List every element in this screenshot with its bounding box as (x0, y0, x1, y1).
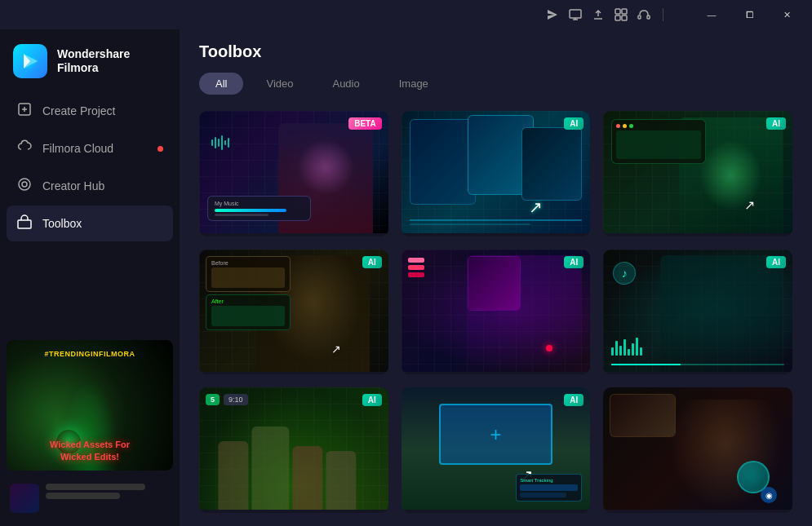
app-logo (13, 44, 47, 78)
thumb-cursor-3: ↗ (331, 343, 341, 356)
sidebar-item-label: Create Project (42, 104, 115, 117)
thumb-cursor: ↗ (529, 197, 543, 217)
thumb-ui-card: My Music (207, 196, 311, 221)
headset-icon[interactable] (637, 7, 651, 22)
app-name-line1: Wondershare (57, 47, 130, 61)
title-bar: — ⧠ ✕ (0, 0, 812, 29)
nav-items: Create Project Filmora Cloud (0, 93, 180, 334)
badge-ai-color: AI (564, 256, 583, 268)
badge-beta: BETA (348, 117, 381, 130)
badge-ai-enhance: AI (362, 256, 382, 268)
sidebar-item-create-project[interactable]: Create Project (7, 93, 173, 129)
thumb-top-text: #TRENDINGINFILMORA (7, 350, 173, 358)
clip-frame-1 (410, 119, 476, 205)
thumb-timer-badge: 5 (206, 394, 220, 405)
toolbox-icon (16, 214, 33, 232)
sidebar-item-label: Toolbox (42, 217, 82, 230)
screen-icon[interactable] (568, 7, 583, 22)
overlay-card (610, 394, 676, 437)
thumb-bottom-line1: Wicked Assets For (7, 439, 173, 450)
sidebar-item-creator-hub[interactable]: Creator Hub (7, 168, 173, 204)
page-title: Toolbox (199, 42, 792, 61)
svg-point-10 (19, 179, 30, 190)
close-button[interactable]: ✕ (768, 2, 805, 27)
thumb-lines (410, 219, 583, 225)
thumb-cursor-2: ↗ (744, 197, 755, 213)
tool-card-bottom-3[interactable]: ◉ (603, 387, 792, 513)
bgm-timeline (611, 364, 784, 365)
tool-card-bottom-2[interactable]: + ↗ Smart Tracking AI (402, 387, 591, 513)
upload-icon[interactable] (591, 7, 606, 22)
filter-video[interactable]: Video (250, 73, 309, 95)
tool-thumb-ai-video: Before After ↗ AI (199, 250, 388, 372)
billboard: + (439, 404, 552, 465)
notification-dot (158, 146, 163, 152)
tool-card-smart-bgm[interactable]: ♪ (603, 250, 792, 375)
maximize-button[interactable]: ⧠ (730, 2, 768, 27)
sidebar-item-label: Filmora Cloud (42, 142, 113, 155)
tool-label-ai-enhancer: AI Video Enhancer (199, 372, 388, 375)
thumb-time-badge: 9:10 (224, 394, 248, 405)
tool-grid: My Music BETA Audio To Vi (180, 111, 812, 526)
svg-rect-5 (638, 15, 641, 19)
family-figures (218, 412, 369, 510)
after-label: After (206, 294, 291, 330)
tool-card-smart-short-clips[interactable]: ↗ AI Smart Short Clips (402, 111, 591, 236)
badge-ai-bottom1: AI (362, 394, 382, 406)
color-frame-1 (468, 256, 521, 312)
tool-card-ai-video-enhancer[interactable]: Before After ↗ AI AI Video Enhancer (199, 250, 388, 375)
creator-hub-icon (16, 177, 33, 195)
badge-ai-bgm: AI (766, 256, 786, 268)
tool-thumb-bottom-2: + ↗ Smart Tracking AI (402, 387, 591, 510)
tool-thumb-smart-scene: ↗ AI (603, 111, 792, 233)
svg-rect-12 (18, 220, 31, 228)
svg-rect-0 (570, 10, 581, 18)
filter-image[interactable]: Image (383, 73, 445, 95)
clip-frame-3 (521, 127, 582, 201)
sidebar-bottom-thumb-1 (10, 484, 39, 513)
svg-rect-3 (615, 15, 620, 20)
tool-card-smart-scene-cut[interactable]: ↗ AI Smart Scene Cut (603, 111, 792, 236)
thumb-software-ui (611, 119, 706, 164)
tool-label-ai-color: AI Color Palette (402, 372, 591, 375)
window-controls: — ⧠ ✕ (693, 2, 805, 27)
filter-bar: All Video Audio Image (199, 73, 792, 95)
tool-thumb-smart-bgm: ♪ (603, 250, 792, 372)
headphone-person (660, 255, 783, 372)
grid-icon[interactable] (614, 7, 628, 22)
tool-label-bottom-2 (402, 510, 591, 513)
sidebar-bottom-items (0, 477, 180, 513)
tool-card-audio-to-video[interactable]: My Music BETA Audio To Vi (199, 111, 388, 236)
create-project-icon (16, 102, 33, 120)
color-swatches (408, 258, 424, 277)
app-name-line2: Filmora (57, 61, 130, 75)
tool-label-bottom-1 (199, 510, 388, 513)
thumb-bottom-text: Wicked Assets For Wicked Edits! (7, 439, 173, 462)
filter-audio[interactable]: Audio (316, 73, 375, 95)
tool-card-bottom-1[interactable]: 5 9:10 AI (199, 387, 388, 513)
tool-label-bottom-3 (603, 510, 792, 513)
svg-rect-6 (647, 15, 650, 19)
svg-rect-2 (622, 9, 627, 14)
minimize-button[interactable]: — (693, 2, 730, 27)
badge-ai-scene: AI (766, 117, 786, 130)
app-name-text: Wondershare Filmora (57, 47, 130, 75)
tool-thumb-bottom-3: ◉ (603, 387, 792, 510)
sidebar-bottom-text (46, 484, 170, 513)
tracking-panel: Smart Tracking (516, 474, 582, 502)
sidebar-item-toolbox[interactable]: Toolbox (7, 206, 173, 241)
main-layout: Wondershare Filmora Create Project (0, 29, 812, 526)
tool-label-smart-clips: Smart Short Clips (402, 233, 591, 236)
thumb-dot (546, 345, 552, 351)
sidebar-thumbnail[interactable]: #TRENDINGINFILMORA Wicked Assets For Wic… (7, 340, 173, 471)
tool-thumb-bottom-1: 5 9:10 AI (199, 387, 388, 510)
svg-point-11 (22, 182, 27, 187)
svg-rect-1 (615, 9, 620, 14)
sidebar-item-filmora-cloud[interactable]: Filmora Cloud (7, 130, 173, 166)
cloud-icon (16, 139, 33, 157)
separator (663, 8, 663, 21)
tool-card-ai-color-palette[interactable]: AI AI Color Palette (402, 250, 591, 375)
filter-all[interactable]: All (199, 73, 243, 95)
tool-thumb-smart-clips: ↗ AI (402, 111, 591, 233)
send-icon[interactable] (545, 7, 560, 22)
